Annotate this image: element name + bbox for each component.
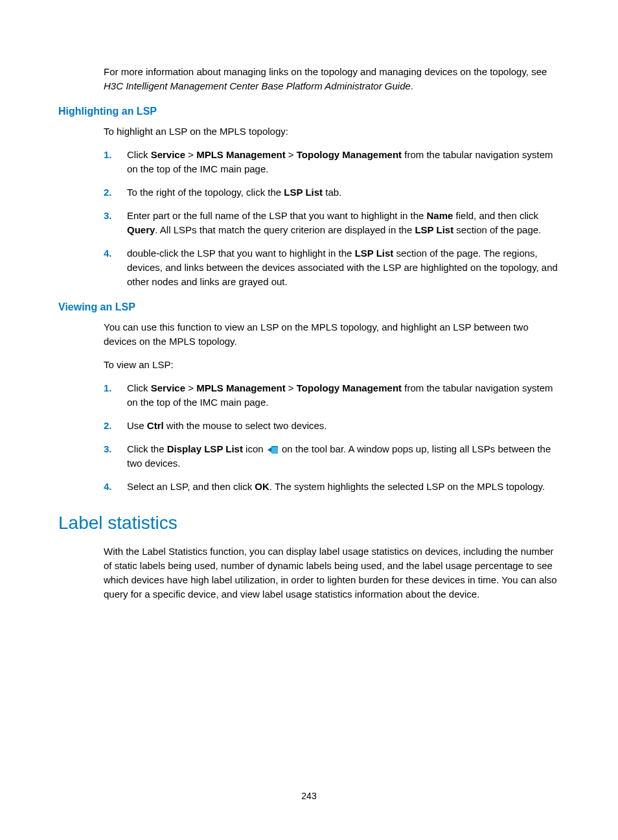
list-item: 3. Enter part or the full name of the LS… <box>104 209 560 237</box>
step-text: Click Service > MPLS Management > Topolo… <box>127 148 560 176</box>
step-number: 1. <box>104 148 127 176</box>
step-text: Use Ctrl with the mouse to select two de… <box>127 419 560 433</box>
label-stats-paragraph: With the Label Statistics function, you … <box>104 544 560 601</box>
heading-viewing-lsp: Viewing an LSP <box>58 301 560 314</box>
list-item: 1. Click Service > MPLS Management > Top… <box>104 381 560 410</box>
svg-marker-2 <box>268 447 271 452</box>
list-item: 4. double-click the LSP that you want to… <box>104 246 560 289</box>
viewing-intro-1: You can use this function to view an LSP… <box>104 320 560 349</box>
highlight-steps: 1. Click Service > MPLS Management > Top… <box>104 148 560 289</box>
intro-paragraph: For more information about managing link… <box>104 65 560 93</box>
display-lsp-list-icon <box>268 446 278 454</box>
list-item: 1. Click Service > MPLS Management > Top… <box>104 148 560 176</box>
step-text: Click Service > MPLS Management > Topolo… <box>127 381 560 410</box>
step-number: 4. <box>104 480 127 494</box>
intro-block: For more information about managing link… <box>104 65 560 93</box>
step-number: 2. <box>104 419 127 433</box>
guide-title: H3C Intelligent Management Center Base P… <box>104 80 411 91</box>
svg-rect-1 <box>271 446 278 447</box>
step-number: 3. <box>104 209 127 237</box>
text: For more information about managing link… <box>104 66 547 77</box>
step-text: Enter part or the full name of the LSP t… <box>127 209 560 237</box>
text: . <box>411 80 413 91</box>
viewing-block: You can use this function to view an LSP… <box>104 320 560 494</box>
step-number: 4. <box>104 246 127 289</box>
heading-highlighting-lsp: Highlighting an LSP <box>58 105 560 118</box>
highlight-intro: To highlight an LSP on the MPLS topology… <box>104 124 560 139</box>
step-text: Select an LSP, and then click OK. The sy… <box>127 480 560 494</box>
list-item: 4. Select an LSP, and then click OK. The… <box>104 480 560 494</box>
step-text: double-click the LSP that you want to hi… <box>127 246 560 289</box>
page-number: 243 <box>0 791 618 801</box>
page: For more information about managing link… <box>0 0 618 840</box>
viewing-steps: 1. Click Service > MPLS Management > Top… <box>104 381 560 494</box>
step-text: Click the Display LSP List icon on the t… <box>127 442 560 471</box>
step-text: To the right of the topology, click the … <box>127 185 560 200</box>
viewing-intro-2: To view an LSP: <box>104 358 560 372</box>
highlight-block: To highlight an LSP on the MPLS topology… <box>104 124 560 289</box>
heading-label-statistics: Label statistics <box>58 512 560 534</box>
list-item: 2. To the right of the topology, click t… <box>104 185 560 200</box>
step-number: 3. <box>104 442 127 471</box>
step-number: 2. <box>104 185 127 200</box>
list-item: 2. Use Ctrl with the mouse to select two… <box>104 419 560 433</box>
label-stats-block: With the Label Statistics function, you … <box>104 544 560 601</box>
step-number: 1. <box>104 381 127 410</box>
list-item: 3. Click the Display LSP List icon on th… <box>104 442 560 471</box>
